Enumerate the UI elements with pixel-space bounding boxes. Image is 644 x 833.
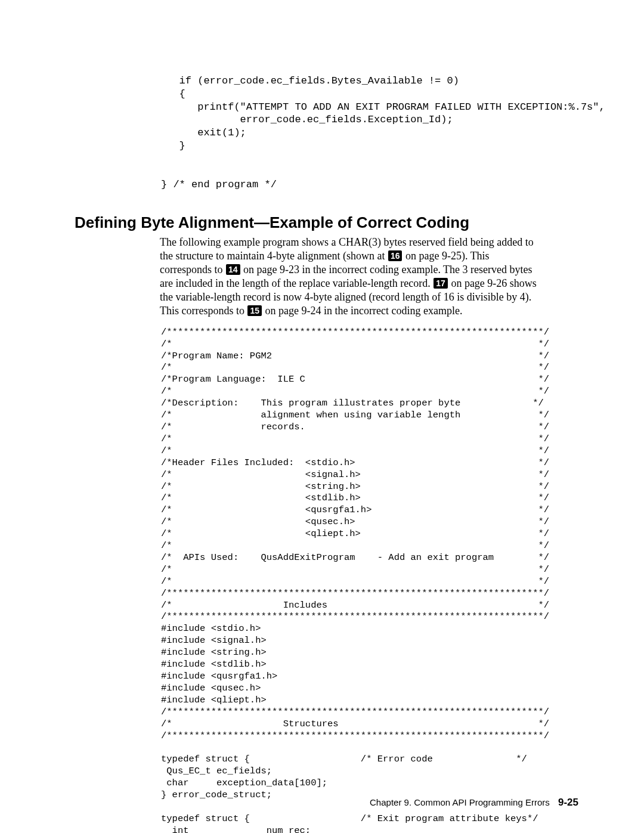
callout-14: 14 xyxy=(226,264,240,275)
section-paragraph: The following example program shows a CH… xyxy=(160,236,541,318)
callout-15: 15 xyxy=(247,305,262,316)
callout-17: 17 xyxy=(434,278,448,289)
page-footer: Chapter 9. Common API Programming Errors… xyxy=(370,796,578,809)
footer-page-number: 9-25 xyxy=(558,797,578,808)
paragraph-text: on page 9-24 in the incorrect coding exa… xyxy=(262,305,462,317)
section-heading: Defining Byte Alignment—Example of Corre… xyxy=(75,213,578,233)
document-page: if (error_code.ec_fields.Bytes_Available… xyxy=(0,0,644,833)
code-block-program: /***************************************… xyxy=(161,326,578,833)
footer-chapter: Chapter 9. Common API Programming Errors xyxy=(370,797,550,807)
code-text: /***************************************… xyxy=(161,327,549,833)
callout-16: 16 xyxy=(388,250,402,261)
code-block-error-check: if (error_code.ec_fields.Bytes_Available… xyxy=(161,75,578,191)
